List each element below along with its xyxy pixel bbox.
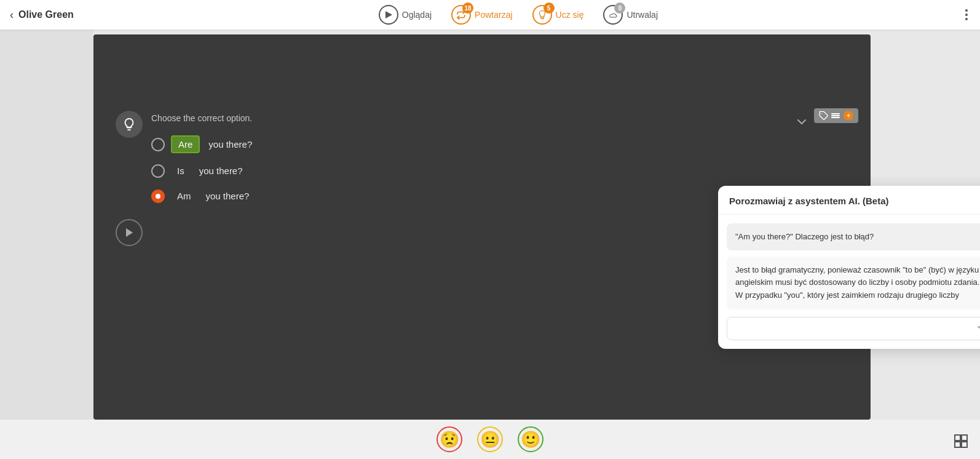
svg-rect-14 [962, 442, 967, 447]
main-area: Choose the correct option. Are you there… [93, 30, 980, 459]
nav-item-utrwalaj[interactable]: 0 Utrwalaj [603, 5, 658, 25]
option-row-are[interactable]: Are you there? [151, 135, 252, 153]
nav-center: Oglądaj 18 Powtarzaj [379, 5, 658, 25]
radio-am[interactable] [151, 190, 165, 203]
svg-marker-4 [126, 228, 133, 237]
feedback-neutral-button[interactable]: 😐 [477, 426, 503, 452]
back-arrow-icon: ‹ [10, 9, 14, 22]
radio-is[interactable] [151, 164, 165, 178]
repeat-icon: 18 [451, 5, 471, 25]
option-label-is[interactable]: Is [171, 163, 191, 178]
play-button[interactable] [116, 219, 143, 246]
svg-rect-12 [962, 435, 967, 441]
question-suffix-am: you there? [206, 191, 250, 201]
ai-send-button[interactable] [977, 322, 980, 335]
add-icon: + [844, 111, 853, 121]
option-label-am[interactable]: Am [171, 188, 197, 204]
nav-label-powtarzaj: Powtarzaj [475, 10, 512, 20]
ai-chat-title: Porozmawiaj z asystentem AI. (Beta) [729, 196, 889, 206]
top-navigation: ‹ Olive Green Oglądaj 18 [0, 0, 980, 30]
nav-right [963, 7, 970, 23]
play-icon [379, 5, 398, 25]
question-suffix-are: you there? [208, 139, 252, 150]
option-row-is[interactable]: Is you there? [151, 163, 252, 178]
svg-rect-13 [955, 442, 960, 447]
lightbulb-button[interactable] [116, 111, 143, 138]
nav-item-ogladaj[interactable]: Oglądaj [379, 5, 432, 25]
svg-rect-11 [955, 435, 960, 441]
ai-chat-header: Porozmawiaj z asystentem AI. (Beta) × [718, 186, 980, 215]
option-row-am[interactable]: Am you there? [151, 188, 252, 204]
ai-user-message: "Am you there?" Dlaczego jest to błąd? [727, 223, 980, 250]
svg-marker-0 [385, 11, 392, 18]
question-suffix-is: you there? [199, 166, 243, 176]
page-title: Olive Green [18, 9, 74, 20]
tag-button[interactable]: + [814, 108, 858, 123]
nav-label-ogladaj: Oglądaj [402, 10, 432, 20]
ai-chat-panel: Porozmawiaj z asystentem AI. (Beta) × "A… [718, 186, 980, 349]
utrwalaj-badge: 0 [614, 2, 625, 14]
feedback-good-button[interactable]: 🙂 [518, 426, 543, 452]
more-menu-button[interactable] [963, 7, 970, 23]
nav-item-powtarzaj[interactable]: 18 Powtarzaj [451, 5, 512, 25]
question-prompt: Choose the correct option. [151, 113, 252, 123]
option-label-are[interactable]: Are [171, 135, 200, 153]
nav-label-uczsie: Ucz się [556, 10, 584, 20]
back-button[interactable]: ‹ Olive Green [10, 9, 74, 22]
powtarzaj-badge: 18 [462, 2, 473, 14]
options-area: Are you there? Is you there? Am you ther… [151, 135, 252, 214]
sidebar-left [0, 30, 93, 459]
dropdown-arrow[interactable] [794, 114, 809, 132]
nav-item-uczsie[interactable]: 5 Ucz się [532, 5, 584, 25]
grid-view-button[interactable] [954, 434, 968, 452]
bottom-feedback-bar: 😟 😐 🙂 [0, 420, 980, 459]
brain-icon: 5 [532, 5, 552, 25]
cloud-icon: 0 [603, 5, 623, 25]
feedback-bad-button[interactable]: 😟 [437, 426, 462, 452]
ai-input-area [727, 317, 980, 340]
ai-text-input[interactable] [735, 324, 972, 333]
uczsie-badge: 5 [543, 2, 555, 14]
ai-response-message: Jest to błąd gramatyczny, ponieważ czaso… [727, 257, 980, 309]
radio-are[interactable] [151, 138, 165, 151]
card-actions: + [814, 108, 858, 123]
nav-label-utrwalaj: Utrwalaj [626, 10, 658, 20]
